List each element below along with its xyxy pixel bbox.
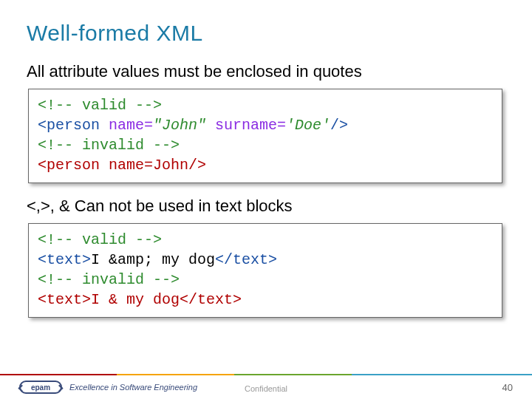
code-line-valid: <person name="John" surname='Doe'/> [38, 115, 493, 135]
comment-invalid: <!-- invalid --> [38, 270, 493, 290]
brand-logo: epam [19, 381, 62, 394]
code-line-invalid: <text>I & my dog</text> [38, 290, 493, 310]
tag-name: text [233, 251, 268, 268]
page-number: 40 [502, 382, 513, 393]
code-block-1: <!-- valid --> <person name="John" surna… [28, 89, 502, 183]
attr-name: surname= [215, 117, 286, 134]
angle-open: < [38, 117, 47, 134]
angle-close: > [82, 251, 91, 268]
comment-invalid: <!-- invalid --> [38, 135, 493, 155]
attr-value: 'Doe' [286, 117, 330, 134]
subtitle-quotes: All attribute values must be enclosed in… [27, 62, 505, 81]
tag-name: person [47, 117, 109, 134]
tag-name: text [47, 251, 82, 268]
code-block-2: <!-- valid --> <text>I &amp; my dog</tex… [28, 223, 502, 318]
angle-close: > [268, 251, 277, 268]
brand-tagline: Excellence in Software Engineering [69, 383, 197, 392]
angle-open: < [38, 251, 47, 268]
footer: epam Excellence in Software Engineering … [0, 374, 532, 399]
attr-value: "John" [153, 117, 215, 134]
code-line-invalid: <person name=John/> [38, 155, 493, 175]
slide-title: Well-formed XML [27, 21, 505, 46]
comment-valid: <!-- valid --> [38, 95, 493, 115]
code-line-valid: <text>I &amp; my dog</text> [38, 250, 493, 270]
comment-valid: <!-- valid --> [38, 230, 493, 250]
text-body: I &amp; my dog [91, 251, 215, 268]
attr-name: name= [109, 117, 153, 134]
slide: Well-formed XML All attribute values mus… [0, 0, 532, 399]
confidential-label: Confidential [245, 384, 287, 393]
subtitle-entities: <,>, & Can not be used in text blocks [27, 197, 505, 216]
angle-close: /> [330, 117, 348, 134]
angle-open: </ [215, 251, 233, 268]
